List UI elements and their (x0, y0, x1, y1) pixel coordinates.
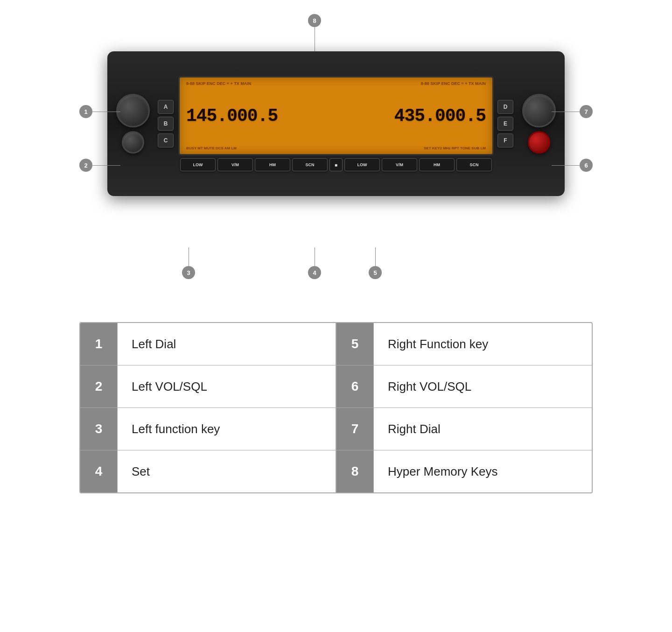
btn-hm-left: HM (255, 158, 290, 171)
func-key-a: A (158, 100, 174, 114)
btn-low-right: LOW (344, 158, 380, 171)
cell-label-7: Right Dial (374, 408, 592, 450)
bottom-button-row: LOW V/M HM SCN ■ LOW V/M HM SCN (178, 158, 494, 171)
callout-3: 3 (182, 247, 195, 279)
callout-6-line (552, 165, 580, 166)
cell-label-5: Right Function key (374, 323, 592, 365)
callout-8-circle: 8 (308, 14, 321, 27)
callout-7-circle: 7 (580, 105, 593, 118)
callout-3-line (189, 247, 189, 266)
callout-2-circle: 2 (79, 159, 92, 172)
cell-num-2: 2 (80, 365, 118, 407)
lcd-bottom-right: SET KEY2 MHz RPT TONE SUB LM (424, 146, 486, 150)
func-key-b: B (158, 117, 174, 131)
lcd-bottom-labels: BUSY MT MUTE DCS AM LM SET KEY2 MHz RPT … (186, 146, 486, 150)
callout-2: 2 (79, 159, 120, 172)
radio-diagram: 8 A B C 8-88 SKIP ENC DEC = + TX MAIN 8-… (79, 14, 593, 303)
radio-body: A B C 8-88 SKIP ENC DEC = + TX MAIN 8-88… (107, 51, 565, 196)
func-key-e: E (497, 117, 513, 131)
display-area: 8-88 SKIP ENC DEC = + TX MAIN 8-88 SKIP … (178, 76, 494, 171)
func-key-c: C (158, 133, 174, 147)
left-vol-sql (122, 131, 144, 154)
cell-label-4: Set (118, 450, 336, 492)
btn-hm-right: HM (419, 158, 455, 171)
callout-4: 4 (308, 247, 321, 279)
callout-7-line (552, 112, 580, 112)
freq-right: 435.000.5 (394, 106, 486, 126)
cell-label-6: Right VOL/SQL (374, 365, 592, 407)
btn-vm-right: V/M (382, 158, 417, 171)
callout-1: 1 (79, 105, 120, 118)
btn-scn-right: SCN (456, 158, 492, 171)
callout-1-line (92, 112, 120, 112)
callout-4-line (315, 247, 315, 266)
callout-1-circle: 1 (79, 105, 92, 118)
lcd-frequencies: 145.000.5 435.000.5 (186, 106, 486, 126)
table-row-1-right: 5 Right Function key (336, 323, 592, 365)
table-row-3-right: 7 Right Dial (336, 408, 592, 450)
table-row-4-right: 8 Hyper Memory Keys (336, 450, 592, 492)
func-key-d: D (497, 100, 513, 114)
cell-label-3: Left function key (118, 408, 336, 450)
lcd-top-right: 8-88 SKIP ENC DEC = + TX MAIN (421, 81, 486, 86)
table-row: 1 Left Dial 5 Right Function key (80, 323, 592, 365)
table-row-2-left: 2 Left VOL/SQL (80, 365, 336, 407)
btn-vm-left: V/M (217, 158, 253, 171)
cell-num-6: 6 (336, 365, 374, 407)
lcd-screen: 8-88 SKIP ENC DEC = + TX MAIN 8-88 SKIP … (178, 76, 494, 155)
callout-3-circle: 3 (182, 266, 195, 279)
cell-label-1: Left Dial (118, 323, 336, 365)
table-row: 3 Left function key 7 Right Dial (80, 408, 592, 450)
lcd-top-left: 8-88 SKIP ENC DEC = + TX MAIN (186, 81, 251, 86)
func-key-f: F (497, 133, 513, 147)
cell-num-8: 8 (336, 450, 374, 492)
table-row: 2 Left VOL/SQL 6 Right VOL/SQL (80, 365, 592, 408)
right-func-keys: D E F (497, 100, 514, 147)
callout-4-circle: 4 (308, 266, 321, 279)
left-dial (116, 94, 150, 127)
right-dial (522, 94, 556, 127)
lcd-top-labels: 8-88 SKIP ENC DEC = + TX MAIN 8-88 SKIP … (186, 81, 486, 86)
cell-num-1: 1 (80, 323, 118, 365)
cell-num-5: 5 (336, 323, 374, 365)
callout-5: 5 (369, 247, 382, 279)
table-row-4-left: 4 Set (80, 450, 336, 492)
callout-2-line (92, 165, 120, 166)
parts-table: 1 Left Dial 5 Right Function key 2 Left … (79, 322, 593, 493)
callout-6-circle: 6 (580, 159, 593, 172)
cell-num-3: 3 (80, 408, 118, 450)
right-side-controls (518, 94, 560, 154)
left-func-keys: A B C (158, 100, 175, 147)
table-row-3-left: 3 Left function key (80, 408, 336, 450)
btn-low-left: LOW (180, 158, 216, 171)
btn-scn-left: SCN (292, 158, 328, 171)
table-row-2-right: 6 Right VOL/SQL (336, 365, 592, 407)
cell-label-8: Hyper Memory Keys (374, 450, 592, 492)
callout-5-line (375, 247, 376, 266)
left-side-controls (112, 94, 154, 154)
btn-stop: ■ (329, 158, 343, 171)
table-row-1-left: 1 Left Dial (80, 323, 336, 365)
callout-8: 8 (308, 14, 321, 27)
lcd-bottom-left: BUSY MT MUTE DCS AM LM (186, 146, 237, 150)
table-row: 4 Set 8 Hyper Memory Keys (80, 450, 592, 492)
freq-left: 145.000.5 (186, 106, 278, 126)
cell-num-7: 7 (336, 408, 374, 450)
right-vol-sql (528, 131, 550, 154)
callout-6: 6 (552, 159, 593, 172)
callout-7: 7 (552, 105, 593, 118)
callout-5-circle: 5 (369, 266, 382, 279)
cell-num-4: 4 (80, 450, 118, 492)
cell-label-2: Left VOL/SQL (118, 365, 336, 407)
